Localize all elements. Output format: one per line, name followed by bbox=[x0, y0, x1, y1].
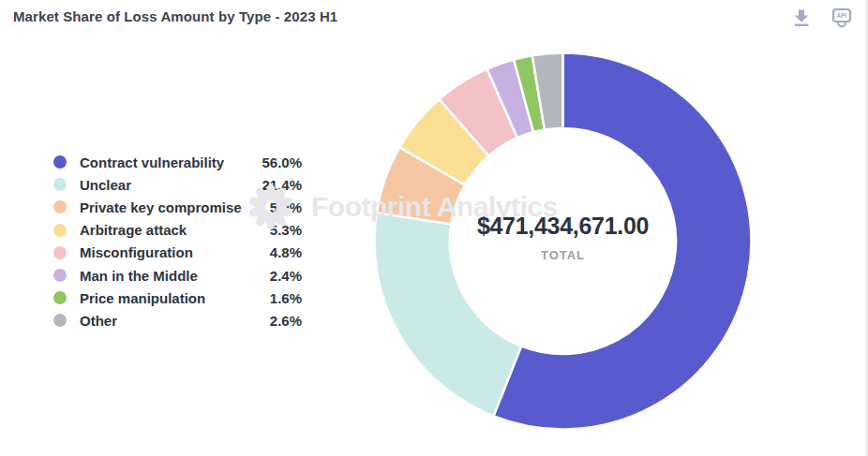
chart-legend: Contract vulnerability 56.0% Unclear 21.… bbox=[53, 151, 302, 332]
legend-item-arbitrage-attack[interactable]: Arbitrage attack 5.3% bbox=[53, 219, 302, 242]
legend-percent: 4.8% bbox=[270, 244, 302, 260]
legend-label: Unclear bbox=[80, 177, 131, 193]
legend-label: Private key compromise bbox=[80, 199, 242, 215]
legend-percent: 1.6% bbox=[270, 290, 302, 306]
legend-dot bbox=[53, 291, 67, 304]
api-button[interactable]: API bbox=[831, 7, 853, 29]
legend-percent: 2.6% bbox=[270, 313, 302, 329]
legend-dot bbox=[53, 269, 67, 282]
legend-label: Man in the Middle bbox=[80, 268, 198, 284]
legend-dot bbox=[53, 155, 67, 169]
legend-label: Arbitrage attack bbox=[80, 222, 187, 238]
download-icon bbox=[791, 7, 812, 28]
legend-item-price-manipulation[interactable]: Price manipulation 1.6% bbox=[53, 287, 302, 309]
download-button[interactable] bbox=[790, 7, 813, 29]
legend-label: Contract vulnerability bbox=[80, 154, 224, 170]
legend-dot bbox=[53, 224, 67, 237]
legend-dot bbox=[53, 178, 67, 191]
legend-dot bbox=[53, 200, 67, 213]
legend-item-misconfiguration[interactable]: Misconfiguration 4.8% bbox=[53, 242, 302, 264]
legend-percent: 21.4% bbox=[262, 177, 302, 193]
legend-item-other[interactable]: Other 2.6% bbox=[53, 309, 302, 331]
chart-card: Market Share of Loss Amount by Type - 20… bbox=[0, 0, 868, 456]
api-icon-label: API bbox=[837, 12, 847, 19]
legend-item-private-key-compromise[interactable]: Private key compromise 5.9% bbox=[53, 196, 302, 218]
legend-percent: 5.3% bbox=[270, 222, 302, 238]
api-icon: API bbox=[831, 7, 853, 29]
legend-item-contract-vulnerability[interactable]: Contract vulnerability 56.0% bbox=[53, 151, 302, 173]
total-label: TOTAL bbox=[431, 248, 695, 262]
legend-item-man-in-the-middle[interactable]: Man in the Middle 2.4% bbox=[53, 264, 302, 287]
donut-center-text: $471,434,671.00 TOTAL bbox=[431, 213, 695, 262]
header-actions: API bbox=[790, 7, 853, 29]
chart-title: Market Share of Loss Amount by Type - 20… bbox=[13, 8, 337, 24]
total-value: $471,434,671.00 bbox=[431, 213, 695, 240]
legend-label: Misconfiguration bbox=[80, 244, 193, 260]
legend-label: Price manipulation bbox=[80, 290, 205, 306]
legend-label: Other bbox=[80, 313, 117, 329]
legend-percent: 56.0% bbox=[262, 154, 302, 170]
legend-item-unclear[interactable]: Unclear 21.4% bbox=[53, 173, 302, 196]
legend-percent: 5.9% bbox=[270, 199, 302, 215]
legend-dot bbox=[53, 246, 67, 259]
legend-dot bbox=[53, 314, 67, 327]
legend-percent: 2.4% bbox=[270, 268, 302, 284]
